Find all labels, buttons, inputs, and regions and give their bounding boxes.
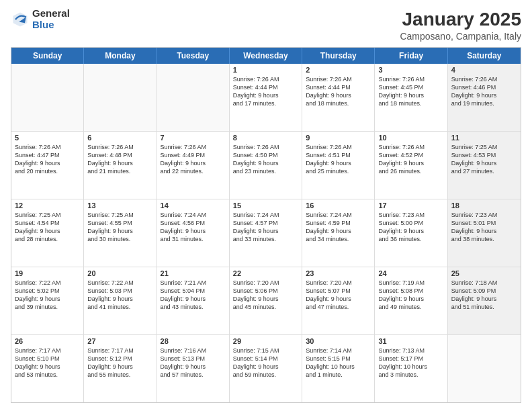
weekday-header: Thursday xyxy=(302,48,375,64)
calendar-row: 19Sunrise: 7:22 AMSunset: 5:02 PMDayligh… xyxy=(11,267,521,335)
calendar: SundayMondayTuesdayWednesdayThursdayFrid… xyxy=(11,47,521,403)
cell-info: Sunrise: 7:26 AMSunset: 4:51 PMDaylight:… xyxy=(306,143,371,176)
day-number: 2 xyxy=(306,66,371,74)
calendar-cell: 18Sunrise: 7:23 AMSunset: 5:01 PMDayligh… xyxy=(448,199,521,267)
day-number: 11 xyxy=(451,134,517,142)
day-number: 7 xyxy=(161,134,226,142)
day-number: 15 xyxy=(233,201,298,210)
day-number: 13 xyxy=(87,201,152,210)
calendar-cell: 11Sunrise: 7:25 AMSunset: 4:53 PMDayligh… xyxy=(448,132,521,199)
calendar-cell: 7Sunrise: 7:26 AMSunset: 4:49 PMDaylight… xyxy=(157,132,230,199)
cell-info: Sunrise: 7:17 AMSunset: 5:10 PMDaylight:… xyxy=(15,347,80,379)
day-number: 19 xyxy=(15,269,80,277)
cell-info: Sunrise: 7:18 AMSunset: 5:09 PMDaylight:… xyxy=(451,279,517,312)
calendar-cell: 27Sunrise: 7:17 AMSunset: 5:12 PMDayligh… xyxy=(84,335,157,402)
cell-info: Sunrise: 7:26 AMSunset: 4:46 PMDaylight:… xyxy=(451,75,517,108)
cell-info: Sunrise: 7:24 AMSunset: 4:57 PMDaylight:… xyxy=(233,211,298,244)
day-number: 9 xyxy=(306,134,371,142)
calendar-cell xyxy=(157,64,230,131)
calendar-cell: 21Sunrise: 7:21 AMSunset: 5:04 PMDayligh… xyxy=(157,267,230,334)
calendar-cell: 16Sunrise: 7:24 AMSunset: 4:59 PMDayligh… xyxy=(302,199,375,267)
weekday-header: Wednesday xyxy=(230,48,302,64)
cell-info: Sunrise: 7:26 AMSunset: 4:47 PMDaylight:… xyxy=(15,143,80,176)
cell-info: Sunrise: 7:25 AMSunset: 4:54 PMDaylight:… xyxy=(15,211,80,244)
day-number: 20 xyxy=(87,269,152,277)
logo-general-text: General xyxy=(32,8,70,19)
calendar-row: 5Sunrise: 7:26 AMSunset: 4:47 PMDaylight… xyxy=(11,132,521,199)
calendar-cell xyxy=(84,64,157,131)
calendar-cell: 30Sunrise: 7:14 AMSunset: 5:15 PMDayligh… xyxy=(302,335,375,402)
calendar-cell: 31Sunrise: 7:13 AMSunset: 5:17 PMDayligh… xyxy=(375,335,447,402)
day-number: 3 xyxy=(378,66,443,74)
logo-text: General Blue xyxy=(32,8,70,30)
calendar-cell: 1Sunrise: 7:26 AMSunset: 4:44 PMDaylight… xyxy=(230,64,302,131)
calendar-cell: 9Sunrise: 7:26 AMSunset: 4:51 PMDaylight… xyxy=(302,132,375,199)
calendar-cell xyxy=(448,335,521,402)
cell-info: Sunrise: 7:23 AMSunset: 5:00 PMDaylight:… xyxy=(378,211,443,244)
day-number: 23 xyxy=(306,269,371,277)
cell-info: Sunrise: 7:15 AMSunset: 5:14 PMDaylight:… xyxy=(233,347,298,379)
calendar-cell: 17Sunrise: 7:23 AMSunset: 5:00 PMDayligh… xyxy=(375,199,447,267)
day-number: 6 xyxy=(87,134,152,142)
day-number: 31 xyxy=(378,337,443,345)
cell-info: Sunrise: 7:24 AMSunset: 4:59 PMDaylight:… xyxy=(306,211,371,244)
calendar-body: 1Sunrise: 7:26 AMSunset: 4:44 PMDaylight… xyxy=(11,64,521,402)
calendar-cell: 25Sunrise: 7:18 AMSunset: 5:09 PMDayligh… xyxy=(448,267,521,334)
day-number: 18 xyxy=(451,201,517,210)
day-number: 5 xyxy=(15,134,80,142)
calendar-cell: 23Sunrise: 7:20 AMSunset: 5:07 PMDayligh… xyxy=(302,267,375,334)
calendar-header: SundayMondayTuesdayWednesdayThursdayFrid… xyxy=(11,48,521,64)
day-number: 17 xyxy=(378,201,443,210)
calendar-cell: 3Sunrise: 7:26 AMSunset: 4:45 PMDaylight… xyxy=(375,64,447,131)
weekday-header: Sunday xyxy=(11,48,84,64)
weekday-header: Monday xyxy=(84,48,157,64)
weekday-header: Saturday xyxy=(448,48,521,64)
cell-info: Sunrise: 7:26 AMSunset: 4:44 PMDaylight:… xyxy=(306,75,371,108)
cell-info: Sunrise: 7:26 AMSunset: 4:50 PMDaylight:… xyxy=(233,143,298,176)
day-number: 1 xyxy=(233,66,298,74)
day-number: 28 xyxy=(161,337,226,345)
calendar-row: 1Sunrise: 7:26 AMSunset: 4:44 PMDaylight… xyxy=(11,64,521,132)
day-number: 8 xyxy=(233,134,298,142)
weekday-header: Friday xyxy=(375,48,447,64)
day-number: 25 xyxy=(451,269,517,277)
cell-info: Sunrise: 7:26 AMSunset: 4:45 PMDaylight:… xyxy=(378,75,443,108)
location: Camposano, Campania, Italy xyxy=(400,31,521,42)
title-block: January 2025 Camposano, Campania, Italy xyxy=(400,8,521,42)
cell-info: Sunrise: 7:24 AMSunset: 4:56 PMDaylight:… xyxy=(161,211,226,244)
calendar-cell: 6Sunrise: 7:26 AMSunset: 4:48 PMDaylight… xyxy=(84,132,157,199)
day-number: 29 xyxy=(233,337,298,345)
calendar-row: 26Sunrise: 7:17 AMSunset: 5:10 PMDayligh… xyxy=(11,335,521,402)
day-number: 27 xyxy=(87,337,152,345)
cell-info: Sunrise: 7:16 AMSunset: 5:13 PMDaylight:… xyxy=(161,347,226,379)
cell-info: Sunrise: 7:20 AMSunset: 5:06 PMDaylight:… xyxy=(233,279,298,312)
weekday-header: Tuesday xyxy=(157,48,230,64)
calendar-cell: 8Sunrise: 7:26 AMSunset: 4:50 PMDaylight… xyxy=(230,132,302,199)
day-number: 16 xyxy=(306,201,371,210)
day-number: 21 xyxy=(161,269,226,277)
cell-info: Sunrise: 7:20 AMSunset: 5:07 PMDaylight:… xyxy=(306,279,371,312)
day-number: 4 xyxy=(451,66,517,74)
cell-info: Sunrise: 7:22 AMSunset: 5:02 PMDaylight:… xyxy=(15,279,80,312)
calendar-cell: 12Sunrise: 7:25 AMSunset: 4:54 PMDayligh… xyxy=(11,199,84,267)
day-number: 12 xyxy=(15,201,80,210)
calendar-cell: 4Sunrise: 7:26 AMSunset: 4:46 PMDaylight… xyxy=(448,64,521,131)
cell-info: Sunrise: 7:19 AMSunset: 5:08 PMDaylight:… xyxy=(378,279,443,312)
logo: General Blue xyxy=(11,8,70,30)
page: General Blue January 2025 Camposano, Cam… xyxy=(0,0,532,411)
day-number: 30 xyxy=(306,337,371,345)
day-number: 22 xyxy=(233,269,298,277)
cell-info: Sunrise: 7:22 AMSunset: 5:03 PMDaylight:… xyxy=(87,279,152,312)
logo-blue-text: Blue xyxy=(32,19,70,31)
month-title: January 2025 xyxy=(400,8,521,31)
day-number: 10 xyxy=(378,134,443,142)
day-number: 24 xyxy=(378,269,443,277)
cell-info: Sunrise: 7:21 AMSunset: 5:04 PMDaylight:… xyxy=(161,279,226,312)
header: General Blue January 2025 Camposano, Cam… xyxy=(11,8,521,42)
day-number: 14 xyxy=(161,201,226,210)
cell-info: Sunrise: 7:14 AMSunset: 5:15 PMDaylight:… xyxy=(306,347,371,379)
cell-info: Sunrise: 7:13 AMSunset: 5:17 PMDaylight:… xyxy=(378,347,443,379)
calendar-cell: 22Sunrise: 7:20 AMSunset: 5:06 PMDayligh… xyxy=(230,267,302,334)
cell-info: Sunrise: 7:26 AMSunset: 4:49 PMDaylight:… xyxy=(161,143,226,176)
calendar-cell: 13Sunrise: 7:25 AMSunset: 4:55 PMDayligh… xyxy=(84,199,157,267)
